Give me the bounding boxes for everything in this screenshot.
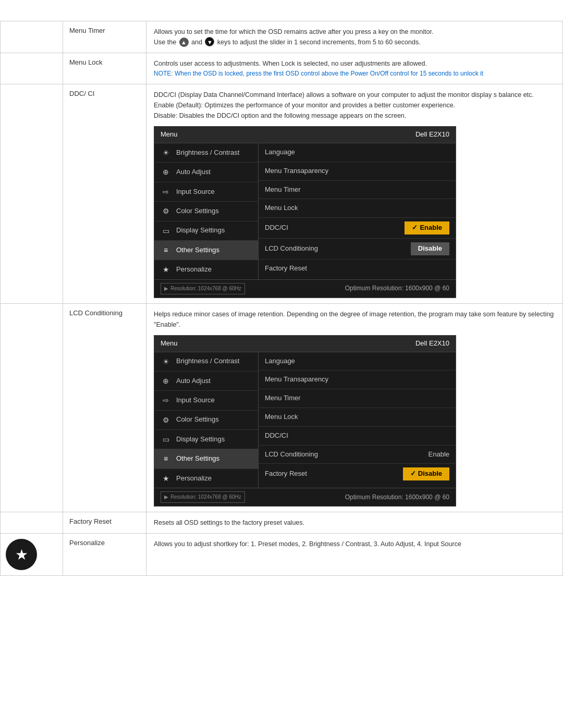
osd-left2-auto-adjust[interactable]: ⊕ Auto Adjust bbox=[154, 372, 258, 391]
menu-lock-right-text: Menu Lock bbox=[265, 203, 298, 214]
osd-right2-lcd[interactable]: LCD Conditioning Enable bbox=[259, 446, 456, 464]
osd-right-menu-transparency[interactable]: Menu Transaparency bbox=[259, 162, 456, 181]
osd-left2-color-settings[interactable]: ⚙ Color Settings bbox=[154, 411, 258, 430]
optimum-res-1: Optimum Resolution: 1600x900 @ 60 bbox=[345, 283, 449, 293]
osd-left-2: ☀ Brightness / Contrast ⊕ Auto Adjust ⇨ … bbox=[154, 352, 259, 488]
osd-right2-factory-reset[interactable]: Factory Reset ✓ Disable bbox=[259, 464, 456, 484]
content-lcd: Helps reduce minor cases of image retent… bbox=[146, 303, 563, 512]
label-menu-timer: Menu Timer bbox=[63, 21, 146, 53]
input-source-label: Input Source bbox=[176, 187, 215, 198]
auto-adjust-label: Auto Adjust bbox=[176, 167, 211, 178]
label-lcd: LCD Conditioning bbox=[63, 303, 146, 512]
color-settings-label-2: Color Settings bbox=[176, 414, 219, 425]
osd-left2-personalize[interactable]: ★ Personalize bbox=[154, 469, 258, 488]
menu-transparency-text-2: Menu Transaparency bbox=[265, 374, 328, 385]
color-settings-icon-2: ⚙ bbox=[160, 414, 172, 426]
osd-body-2: ☀ Brightness / Contrast ⊕ Auto Adjust ⇨ … bbox=[154, 352, 456, 488]
display-settings-icon: ▭ bbox=[160, 225, 172, 237]
osd-right-menu-lock[interactable]: Menu Lock bbox=[259, 199, 456, 218]
lcd-right-text-2: LCD Conditioning bbox=[265, 449, 318, 460]
label-factory-reset: Factory Reset bbox=[63, 512, 146, 534]
osd-left2-input-source[interactable]: ⇨ Input Source bbox=[154, 391, 258, 410]
menu-lock-note: NOTE: When the OSD is locked, press the … bbox=[154, 69, 555, 79]
ddc-text3: Disable: Disables the DDC/CI option and … bbox=[154, 110, 555, 121]
osd-left-row-display-settings[interactable]: ▭ Display Settings bbox=[154, 221, 258, 241]
osd-right-2: Language Menu Transaparency Menu Timer M… bbox=[259, 352, 456, 488]
osd-left2-display-settings[interactable]: ▭ Display Settings bbox=[154, 430, 258, 449]
other-settings-icon-2: ≡ bbox=[160, 453, 172, 464]
osd-right-ddc[interactable]: DDC/CI ✓ Enable bbox=[259, 218, 456, 239]
brightness-icon: ☀ bbox=[160, 147, 172, 158]
osd-footer-1: ▶ Resolution: 1024x768 @ 60Hz Optimum Re… bbox=[154, 279, 456, 298]
icon-cell-lcd bbox=[1, 303, 63, 512]
input-source-icon-2: ⇨ bbox=[160, 394, 172, 406]
menu-lock-right-text-2: Menu Lock bbox=[265, 412, 298, 423]
page-wrapper: Menu Timer Allows you to set the time fo… bbox=[0, 0, 563, 597]
enable-plain-text: Enable bbox=[429, 449, 449, 460]
osd-left-row-auto-adjust[interactable]: ⊕ Auto Adjust bbox=[154, 163, 258, 182]
table-row: DDC/ CI DDC/CI (Display Data Channel/Com… bbox=[1, 84, 563, 304]
menu-timer-text1: Allows you to set the time for which the… bbox=[154, 27, 555, 37]
disable-badge-2: ✓ Disable bbox=[403, 467, 449, 480]
table-row: Menu Lock Controls user access to adjust… bbox=[1, 53, 563, 84]
up-arrow-icon: ▲ bbox=[179, 38, 189, 47]
icon-cell-personalize: ★ bbox=[1, 534, 63, 576]
osd-right2-language[interactable]: Language bbox=[259, 352, 456, 371]
osd-right2-menu-transparency[interactable]: Menu Transaparency bbox=[259, 371, 456, 389]
content-menu-lock: Controls user access to adjustments. Whe… bbox=[146, 53, 563, 84]
doc-table: Menu Timer Allows you to set the time fo… bbox=[0, 21, 563, 576]
auto-adjust-icon: ⊕ bbox=[160, 166, 172, 178]
display-settings-label: Display Settings bbox=[176, 225, 225, 236]
factory-reset-text: Resets all OSD settings to the factory p… bbox=[154, 517, 555, 528]
table-row-personalize: ★ Personalize Allows you to adjust short… bbox=[1, 534, 563, 576]
brightness-icon-2: ☀ bbox=[160, 356, 172, 367]
content-menu-timer: Allows you to set the time for which the… bbox=[146, 21, 563, 53]
personalize-icon: ★ bbox=[160, 264, 172, 275]
icon-cell-menu-lock bbox=[1, 53, 63, 84]
icon-cell-ddc bbox=[1, 84, 63, 304]
osd-left-row-brightness[interactable]: ☀ Brightness / Contrast bbox=[154, 143, 258, 163]
other-settings-label: Other Settings bbox=[176, 245, 219, 256]
factory-reset-right-text: Factory Reset bbox=[265, 263, 307, 274]
osd-right-language[interactable]: Language bbox=[259, 143, 456, 162]
other-settings-icon: ≡ bbox=[160, 244, 172, 256]
icon-cell-factory-reset bbox=[1, 512, 63, 534]
menu-timer-right-text-2: Menu Timer bbox=[265, 393, 301, 404]
auto-adjust-label-2: Auto Adjust bbox=[176, 376, 211, 387]
osd-model-1: Dell E2X10 bbox=[415, 129, 449, 140]
personalize-label: Personalize bbox=[176, 264, 212, 275]
osd-left-row-color-settings[interactable]: ⚙ Color Settings bbox=[154, 202, 258, 221]
osd-left2-other-settings[interactable]: ≡ Other Settings bbox=[154, 449, 258, 468]
osd-title-2: Menu bbox=[161, 338, 178, 349]
osd-right-lcd-conditioning[interactable]: LCD Conditioning Disable bbox=[259, 239, 456, 260]
footer-logo-1: ▶ Resolution: 1024x768 @ 60Hz bbox=[161, 283, 245, 294]
menu-transparency-text: Menu Transaparency bbox=[265, 166, 328, 177]
osd-title-1: Menu bbox=[161, 129, 178, 140]
osd-left-row-other-settings[interactable]: ≡ Other Settings bbox=[154, 241, 258, 260]
lcd-conditioning-right-text: LCD Conditioning bbox=[265, 243, 318, 254]
brightness-label-2: Brightness / Contrast bbox=[176, 356, 239, 367]
ddc-text1: DDC/CI (Display Data Channel/Command Int… bbox=[154, 90, 555, 100]
osd-right2-menu-lock[interactable]: Menu Lock bbox=[259, 408, 456, 427]
osd-right-factory-reset[interactable]: Factory Reset bbox=[259, 260, 456, 278]
input-source-icon: ⇨ bbox=[160, 186, 172, 198]
osd-right-menu-timer[interactable]: Menu Timer bbox=[259, 181, 456, 200]
osd-right-1: Language Menu Transaparency Menu Timer M… bbox=[259, 143, 456, 279]
osd-header-2: Menu Dell E2X10 bbox=[154, 336, 456, 352]
osd-footer-2: ▶ Resolution: 1024x768 @ 60Hz Optimum Re… bbox=[154, 488, 456, 506]
osd-right2-menu-timer[interactable]: Menu Timer bbox=[259, 389, 456, 408]
color-settings-label: Color Settings bbox=[176, 206, 219, 217]
menu-timer-text2: Use the ▲ and ▼ keys to adjust the slide… bbox=[154, 37, 555, 47]
content-personalize: Allows you to adjust shortkey for: 1. Pr… bbox=[146, 534, 563, 576]
auto-adjust-icon-2: ⊕ bbox=[160, 375, 172, 387]
personalize-text: Allows you to adjust shortkey for: 1. Pr… bbox=[154, 539, 555, 549]
osd-left-row-input-source[interactable]: ⇨ Input Source bbox=[154, 182, 258, 202]
osd-right2-ddc[interactable]: DDC/CI bbox=[259, 427, 456, 446]
osd-left2-brightness[interactable]: ☀ Brightness / Contrast bbox=[154, 352, 258, 372]
table-row: LCD Conditioning Helps reduce minor case… bbox=[1, 303, 563, 512]
lcd-text1: Helps reduce minor cases of image retent… bbox=[154, 309, 555, 330]
osd-menu-1: Menu Dell E2X10 ☀ Brightness / Contrast bbox=[154, 126, 456, 298]
input-source-label-2: Input Source bbox=[176, 395, 215, 406]
osd-body-1: ☀ Brightness / Contrast ⊕ Auto Adjust ⇨ … bbox=[154, 143, 456, 279]
osd-left-row-personalize[interactable]: ★ Personalize bbox=[154, 260, 258, 279]
